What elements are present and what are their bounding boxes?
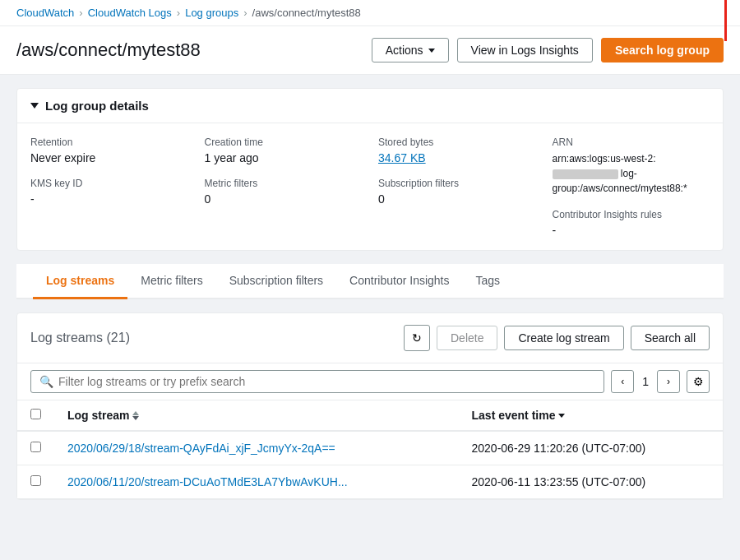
details-card: Log group details Retention Never expire… xyxy=(16,88,724,251)
table-row: 2020/06/11/20/stream-DCuAoTMdE3LA7YbwAvK… xyxy=(17,465,723,499)
row2-event-cell: 2020-06-11 13:23:55 (UTC-07:00) xyxy=(459,465,723,499)
stored-bytes-item: Stored bytes 34.67 KB Subscription filte… xyxy=(378,137,536,237)
search-input-wrap: 🔍 xyxy=(30,370,604,393)
search-input[interactable] xyxy=(58,375,595,388)
stored-bytes-value[interactable]: 34.67 KB xyxy=(378,151,536,164)
metric-filters-label: Metric filters xyxy=(205,178,363,189)
kms-value: - xyxy=(30,192,188,206)
select-all-checkbox[interactable] xyxy=(30,409,41,419)
breadcrumb-current: /aws/connect/mytest88 xyxy=(252,7,361,19)
details-card-header: Log group details xyxy=(17,89,723,123)
arn-label: ARN xyxy=(553,137,710,148)
header-log-stream: Log stream xyxy=(54,400,459,431)
contributor-label: Contributor Insights rules xyxy=(553,209,710,220)
contributor-value: - xyxy=(553,224,710,237)
tab-log-streams[interactable]: Log streams xyxy=(33,264,127,299)
row2-stream-cell: 2020/06/11/20/stream-DCuAoTMdE3LA7YbwAvK… xyxy=(54,465,459,499)
breadcrumb-cloudwatch-logs[interactable]: CloudWatch Logs xyxy=(88,7,172,19)
details-grid: Retention Never expire KMS key ID - Crea… xyxy=(17,123,723,250)
stored-bytes-label: Stored bytes xyxy=(378,137,536,148)
last-event-sort-icon xyxy=(558,414,565,418)
table-header-row: Log stream Last event time xyxy=(17,400,723,431)
create-log-stream-button[interactable]: Create log stream xyxy=(504,326,623,350)
breadcrumb-cloudwatch[interactable]: CloudWatch xyxy=(16,7,74,19)
view-insights-button[interactable]: View in Logs Insights xyxy=(457,38,593,62)
tabs-bar: Log streams Metric filters Subscription … xyxy=(16,264,724,299)
row2-checkbox[interactable] xyxy=(30,475,41,486)
search-icon: 🔍 xyxy=(39,375,53,388)
creation-time-item: Creation time 1 year ago Metric filters … xyxy=(205,137,363,237)
red-arrow-annotation xyxy=(719,0,732,41)
row1-checkbox-cell xyxy=(17,431,54,465)
page-number: 1 xyxy=(639,375,652,388)
refresh-button[interactable]: ↻ xyxy=(404,325,430,351)
page-prev-button[interactable]: ‹ xyxy=(611,370,634,393)
actions-arrow-icon xyxy=(428,49,435,53)
pagination: ‹ 1 › xyxy=(611,370,680,393)
log-streams-actions: ↻ Delete Create log stream Search all xyxy=(404,325,710,351)
tab-metric-filters[interactable]: Metric filters xyxy=(127,264,215,299)
log-streams-table: Log stream Last event time xyxy=(17,400,723,499)
header-last-event: Last event time xyxy=(459,400,723,431)
row1-stream-cell: 2020/06/29/18/stream-QAyFdAi_xjF_JcmyYx-… xyxy=(54,431,459,465)
row1-stream-link[interactable]: 2020/06/29/18/stream-QAyFdAi_xjF_JcmyYx-… xyxy=(67,442,335,455)
arn-blurred xyxy=(553,169,618,179)
metric-filters-value: 0 xyxy=(205,192,363,206)
retention-value: Never expire xyxy=(30,151,188,164)
header-actions: Actions View in Logs Insights Search log… xyxy=(372,38,724,62)
actions-button[interactable]: Actions xyxy=(372,38,449,62)
creation-time-value: 1 year ago xyxy=(205,151,363,164)
red-arrow-line xyxy=(724,0,727,41)
log-streams-title: Log streams (21) xyxy=(30,331,130,345)
tab-tags[interactable]: Tags xyxy=(463,264,514,299)
log-stream-sort-icon xyxy=(132,411,139,420)
breadcrumb-sep-1: › xyxy=(79,7,82,19)
search-bar: 🔍 ‹ 1 › ⚙ xyxy=(17,363,723,400)
creation-time-label: Creation time xyxy=(205,137,363,148)
row1-checkbox[interactable] xyxy=(30,442,41,452)
collapse-icon[interactable] xyxy=(30,103,39,109)
search-all-button[interactable]: Search all xyxy=(631,326,710,350)
arn-item: ARN arn:aws:logs:us-west-2: log-group:/a… xyxy=(553,137,710,237)
page-next-button[interactable]: › xyxy=(657,370,680,393)
table-row: 2020/06/29/18/stream-QAyFdAi_xjF_JcmyYx-… xyxy=(17,431,723,465)
sort-up-icon xyxy=(132,411,139,415)
log-streams-card: Log streams (21) ↻ Delete Create log str… xyxy=(16,312,724,500)
last-event-sort-down-active xyxy=(558,414,565,418)
settings-button[interactable]: ⚙ xyxy=(687,370,710,393)
log-streams-header: Log streams (21) ↻ Delete Create log str… xyxy=(17,313,723,363)
arn-value: arn:aws:logs:us-west-2: log-group:/aws/c… xyxy=(553,151,710,196)
content: Log group details Retention Never expire… xyxy=(0,75,740,513)
page-title: /aws/connect/mytest88 xyxy=(16,39,201,61)
row1-event-cell: 2020-06-29 11:20:26 (UTC-07:00) xyxy=(459,431,723,465)
breadcrumb-sep-2: › xyxy=(177,7,180,19)
details-title: Log group details xyxy=(45,99,149,113)
subscription-filters-value: 0 xyxy=(378,192,536,206)
page-header: /aws/connect/mytest88 Actions View in Lo… xyxy=(0,26,740,75)
search-log-group-button[interactable]: Search log group xyxy=(601,38,724,62)
subscription-filters-label: Subscription filters xyxy=(378,178,536,189)
row2-stream-link[interactable]: 2020/06/11/20/stream-DCuAoTMdE3LA7YbwAvK… xyxy=(67,475,348,488)
kms-label: KMS key ID xyxy=(30,178,188,189)
tab-contributor-insights[interactable]: Contributor Insights xyxy=(336,264,462,299)
breadcrumb: CloudWatch › CloudWatch Logs › Log group… xyxy=(0,0,740,26)
header-checkbox-col xyxy=(17,400,54,431)
retention-label: Retention xyxy=(30,137,188,148)
breadcrumb-log-groups[interactable]: Log groups xyxy=(185,7,238,19)
row2-checkbox-cell xyxy=(17,465,54,499)
retention-item: Retention Never expire KMS key ID - xyxy=(30,137,188,237)
tab-subscription-filters[interactable]: Subscription filters xyxy=(216,264,336,299)
breadcrumb-sep-3: › xyxy=(243,7,247,19)
sort-down-icon xyxy=(132,416,139,420)
delete-button[interactable]: Delete xyxy=(437,326,497,350)
